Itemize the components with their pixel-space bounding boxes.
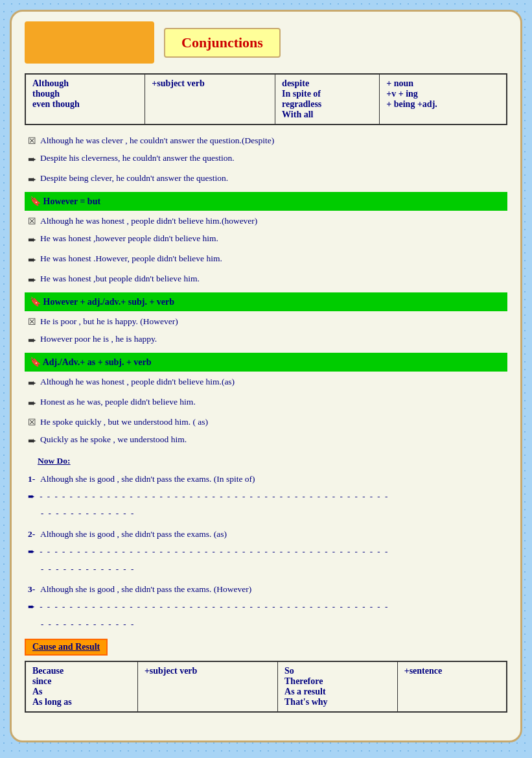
conjunction-table: Although though even though +subject ver… xyxy=(25,73,507,125)
main-card: Conjunctions Although though even though… xyxy=(10,10,522,742)
example-text-2: Despite his cleverness, he couldn't answ… xyxy=(40,150,235,166)
example-4: ☒ Although he was honest , people didn't… xyxy=(25,213,507,230)
example-11: ➨ Honest as he was, people didn't believ… xyxy=(25,394,507,413)
example-text-10: Although he was honest , people didn't b… xyxy=(40,374,235,390)
exercise-3-dashed2: - - - - - - - - - - - - - xyxy=(38,617,507,632)
exercise-3-num: 3- xyxy=(28,584,35,594)
cause-col2: +subject verb xyxy=(137,661,277,712)
example-text-9: However poor he is , he is happy. xyxy=(40,331,157,347)
table-col3: despite In spite of regradless With all xyxy=(275,74,380,124)
highlight-text-3: 🔖 Adj./Adv.+ as + subj. + verb xyxy=(25,353,507,372)
example-6: ➨ He was honest .However, people didn't … xyxy=(25,251,507,270)
cause-col4: +sentence xyxy=(397,661,507,712)
example-text-12: He spoke quickly , but we understood him… xyxy=(40,414,208,430)
page-title: Conjunctions xyxy=(164,28,281,58)
highlight-however-but: 🔖 However = but xyxy=(25,192,507,211)
exercise-3-dashed: ➨ - - - - - - - - - - - - - - - - - - - … xyxy=(25,599,507,614)
highlight-adj-adv: 🔖 Adj./Adv.+ as + subj. + verb xyxy=(25,353,507,372)
table-col1: Although though even though xyxy=(25,74,145,124)
example-text-7: He was honest ,but people didn't believe… xyxy=(40,271,200,287)
cause-result-section: Cause and Result Because since As As lon… xyxy=(25,634,507,713)
example-text-8: He is poor , but he is happy. (However) xyxy=(40,314,178,329)
example-2: ➨ Despite his cleverness, he couldn't an… xyxy=(25,150,507,169)
exercise-2-text: Although she is good , she didn't pass t… xyxy=(40,529,227,539)
example-text-6: He was honest .However, people didn't be… xyxy=(40,251,222,266)
arrow-icon-2: ➨ xyxy=(28,171,36,189)
exercise-1-text: Although she is good , she didn't pass t… xyxy=(40,474,255,484)
highlight-text-2: 🔖 However + adj./adv.+ subj. + verb xyxy=(25,292,507,311)
example-text-4: Although he was honest , people didn't b… xyxy=(40,213,257,229)
checkbox-icon-2: ☒ xyxy=(28,213,36,230)
example-text-1: Although he was clever , he couldn't ans… xyxy=(40,133,274,148)
exercise-1-dashed: ➨ - - - - - - - - - - - - - - - - - - - … xyxy=(25,489,507,504)
exercise-2: 2- Although she is good , she didn't pas… xyxy=(25,527,507,542)
exercise-2-num: 2- xyxy=(28,529,35,539)
example-text-13: Quickly as he spoke , we understood him. xyxy=(40,432,187,447)
exercise-2-dashed: ➨ - - - - - - - - - - - - - - - - - - - … xyxy=(25,544,507,559)
exercise-1-dashed2: - - - - - - - - - - - - - xyxy=(38,506,507,521)
cause-col1: Because since As As long as xyxy=(25,661,137,712)
orange-decoration xyxy=(25,21,154,64)
table-col2: +subject verb xyxy=(145,74,275,124)
exercise-3-text: Although she is good , she didn't pass t… xyxy=(40,584,251,594)
example-8: ☒ He is poor , but he is happy. (However… xyxy=(25,314,507,330)
example-5: ➨ He was honest ,however people didn't b… xyxy=(25,231,507,250)
cause-result-table: Because since As As long as +subject ver… xyxy=(25,661,507,713)
example-10: ➨ Although he was honest , people didn't… xyxy=(25,374,507,393)
now-do-label: Now Do: xyxy=(38,453,507,469)
example-text-5: He was honest ,however people didn't bel… xyxy=(40,231,218,246)
table-col4: + noun +v + ing + being +adj. xyxy=(380,74,507,124)
content-area: ☒ Although he was clever , he couldn't a… xyxy=(25,133,507,632)
example-1: ☒ Although he was clever , he couldn't a… xyxy=(25,133,507,149)
arrow-icon-4: ➨ xyxy=(28,251,36,270)
example-7: ➨ He was honest ,but people didn't belie… xyxy=(25,271,507,290)
example-13: ➨ Quickly as he spoke , we understood hi… xyxy=(25,432,507,451)
checkbox-icon-4: ☒ xyxy=(28,414,36,431)
highlight-text-1: 🔖 However = but xyxy=(25,192,507,211)
arrow-icon-5: ➨ xyxy=(28,271,36,290)
cause-col3: So Therefore As a result That's why xyxy=(278,661,398,712)
example-9: ➨ However poor he is , he is happy. xyxy=(25,331,507,350)
exercise-1: 1- Although she is good , she didn't pas… xyxy=(25,471,507,487)
header-area: Conjunctions xyxy=(25,21,507,64)
arrow-icon-3: ➨ xyxy=(28,231,36,250)
example-text-3: Despite being clever, he couldn't answer… xyxy=(40,171,228,186)
arrow-icon-8: ➨ xyxy=(28,394,36,413)
exercise-1-num: 1- xyxy=(28,474,35,484)
checkbox-icon-3: ☒ xyxy=(28,314,36,330)
cause-result-label: Cause and Result xyxy=(25,639,108,656)
example-12: ☒ He spoke quickly , but we understood h… xyxy=(25,414,507,431)
example-3: ➨ Despite being clever, he couldn't answ… xyxy=(25,171,507,189)
arrow-icon-7: ➨ xyxy=(28,374,36,393)
arrow-icon-6: ➨ xyxy=(28,331,36,350)
exercise-3: 3- Although she is good , she didn't pas… xyxy=(25,582,507,597)
checkbox-icon-1: ☒ xyxy=(28,133,36,149)
exercise-2-dashed2: - - - - - - - - - - - - - xyxy=(38,562,507,576)
example-text-11: Honest as he was, people didn't believe … xyxy=(40,394,196,410)
arrow-icon-1: ➨ xyxy=(28,150,36,169)
highlight-however-adv: 🔖 However + adj./adv.+ subj. + verb xyxy=(25,292,507,311)
arrow-icon-9: ➨ xyxy=(28,432,36,451)
